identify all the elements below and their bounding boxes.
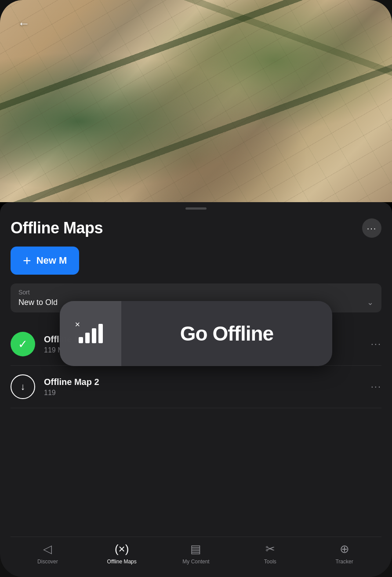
sheet-title: Offline Maps bbox=[11, 219, 103, 237]
tracker-icon: ⊕ bbox=[340, 542, 349, 556]
nav-tools[interactable]: ✂ Tools bbox=[233, 542, 307, 565]
map-info-2: Offline Map 2 119 bbox=[44, 377, 362, 397]
more-options-button[interactable]: ··· bbox=[362, 218, 381, 238]
nav-offline-maps[interactable]: (×) Offline Maps bbox=[85, 542, 159, 565]
sheet-header: Offline Maps ··· bbox=[11, 218, 381, 238]
signal-bar-1 bbox=[79, 337, 83, 343]
sort-value: New to Old bbox=[18, 298, 58, 307]
no-signal-icon: × bbox=[79, 324, 103, 343]
nav-tracker[interactable]: ⊕ Tracker bbox=[307, 542, 381, 565]
map-size-2: 119 bbox=[44, 389, 362, 397]
back-button[interactable]: ← bbox=[14, 14, 33, 33]
check-icon: ✓ bbox=[18, 337, 28, 351]
go-offline-text: Go Offline bbox=[121, 322, 332, 345]
map-more-button-2[interactable]: ··· bbox=[371, 381, 381, 392]
plus-icon: + bbox=[23, 254, 31, 268]
nav-discover-label: Discover bbox=[37, 559, 58, 565]
nav-tools-label: Tools bbox=[264, 559, 276, 565]
signal-bar-3 bbox=[92, 328, 96, 343]
nav-tracker-label: Tracker bbox=[335, 559, 353, 565]
signal-bars-icon bbox=[79, 324, 103, 343]
tools-icon: ✂ bbox=[265, 542, 275, 556]
discover-icon: ◁ bbox=[43, 542, 52, 556]
nav-my-content-label: My Content bbox=[182, 559, 209, 565]
signal-x-icon: × bbox=[75, 319, 80, 330]
sort-label: Sort bbox=[18, 289, 374, 296]
more-dots-icon: ··· bbox=[367, 223, 377, 233]
new-map-label: New M bbox=[36, 255, 67, 266]
new-map-button[interactable]: + New M bbox=[11, 247, 79, 275]
go-offline-label: Go Offline bbox=[180, 322, 273, 345]
signal-bar-4 bbox=[98, 324, 103, 343]
no-signal-panel: × bbox=[60, 301, 121, 366]
chevron-down-icon: ⌄ bbox=[367, 298, 374, 307]
map-more-button-1[interactable]: ··· bbox=[371, 338, 381, 350]
map-item-2: ↓ Offline Map 2 119 ··· bbox=[11, 366, 381, 408]
offline-maps-icon: (×) bbox=[115, 542, 129, 556]
phone-container: ← Offline Maps ··· + New M Sort New to O… bbox=[0, 0, 392, 577]
back-arrow-icon: ← bbox=[18, 17, 30, 31]
map-background bbox=[0, 0, 392, 202]
map-area: ← bbox=[0, 0, 392, 202]
nav-my-content[interactable]: ▤ My Content bbox=[159, 542, 233, 565]
signal-bar-2 bbox=[85, 333, 90, 343]
my-content-icon: ▤ bbox=[190, 542, 201, 556]
downloaded-icon: ✓ bbox=[11, 332, 35, 356]
map-name-2: Offline Map 2 bbox=[44, 377, 362, 387]
bottom-sheet: Offline Maps ··· + New M Sort New to Old… bbox=[0, 202, 392, 577]
downloading-icon: ↓ bbox=[11, 374, 35, 399]
download-arrow-icon: ↓ bbox=[21, 381, 25, 392]
nav-offline-maps-label: Offline Maps bbox=[107, 559, 137, 565]
go-offline-overlay[interactable]: × Go Offline bbox=[60, 301, 332, 366]
bottom-nav: ◁ Discover (×) Offline Maps ▤ My Content… bbox=[11, 537, 381, 577]
drag-handle bbox=[185, 207, 207, 210]
nav-discover[interactable]: ◁ Discover bbox=[11, 542, 85, 565]
